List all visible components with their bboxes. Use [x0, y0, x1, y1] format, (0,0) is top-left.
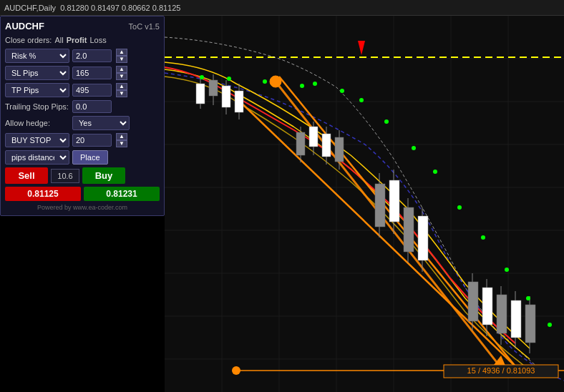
sl-down[interactable]: ▼	[116, 73, 127, 80]
lots-up[interactable]: ▲	[116, 133, 127, 140]
panel-header: AUDCHF ToC v1.5	[5, 21, 160, 31]
sell-buy-row: Sell 10.6 Buy	[5, 167, 160, 184]
lots-input[interactable]	[72, 134, 112, 147]
top-bar: AUDCHF,Daily 0.81280 0.81497 0.80662 0.8…	[0, 0, 564, 16]
svg-rect-26	[209, 80, 218, 96]
hedge-select[interactable]: Yes No	[72, 116, 130, 130]
risk-up[interactable]: ▲	[116, 49, 127, 56]
close-all-button[interactable]: All	[54, 36, 63, 44]
price-row: 0.81125 0.81231	[5, 187, 160, 201]
panel-version: ToC v1.5	[129, 22, 160, 31]
svg-rect-52	[497, 295, 507, 333]
trailing-input[interactable]	[72, 100, 112, 113]
svg-point-61	[313, 82, 317, 86]
svg-rect-42	[389, 180, 399, 222]
tp-spinner: ▲ ▼	[116, 83, 127, 97]
svg-rect-44	[404, 207, 414, 252]
svg-point-71	[548, 323, 552, 327]
trailing-label: Trailing Stop Pips:	[5, 102, 69, 111]
svg-rect-28	[222, 86, 230, 107]
svg-point-70	[526, 296, 530, 300]
symbol-label: AUDCHF,Daily	[4, 4, 56, 12]
pips-distance-select[interactable]: pips distance	[5, 150, 69, 165]
close-profit-button[interactable]: Profit	[67, 36, 87, 44]
svg-rect-36	[322, 134, 331, 157]
sl-up[interactable]: ▲	[116, 66, 127, 73]
svg-point-69	[505, 268, 509, 272]
svg-text:15 / 4936 / 0.81093: 15 / 4936 / 0.81093	[467, 366, 535, 375]
svg-point-58	[227, 77, 231, 81]
svg-point-57	[200, 75, 204, 79]
sl-select[interactable]: SL Pips	[5, 66, 69, 80]
risk-input[interactable]	[72, 49, 112, 62]
sell-button[interactable]: Sell	[5, 167, 48, 184]
svg-rect-24	[196, 84, 205, 104]
order-row: BUY STOP SELL STOP BUY LIMIT SELL LIMIT …	[5, 133, 160, 147]
sl-row: SL Pips ▲ ▼	[5, 66, 160, 80]
svg-rect-46	[418, 216, 428, 260]
sl-spinner: ▲ ▼	[116, 66, 127, 80]
close-loss-button[interactable]: Loss	[89, 36, 106, 44]
place-button[interactable]: Place	[72, 150, 108, 165]
svg-rect-30	[235, 91, 243, 112]
trailing-row: Trailing Stop Pips:	[5, 100, 160, 113]
tp-input[interactable]	[72, 84, 112, 97]
risk-down[interactable]: ▼	[116, 56, 127, 63]
svg-rect-50	[482, 288, 492, 325]
footer: Powered by www.ea-coder.com	[5, 204, 160, 211]
order-type-select[interactable]: BUY STOP SELL STOP BUY LIMIT SELL LIMIT	[5, 133, 69, 147]
svg-point-66	[433, 170, 437, 174]
svg-rect-54	[511, 300, 521, 338]
svg-point-67	[457, 205, 462, 210]
tp-row: TP Pips ▲ ▼	[5, 83, 160, 97]
svg-rect-34	[309, 127, 318, 147]
chart-area: 15 / 4936 / 0.81093	[165, 16, 564, 392]
sl-input[interactable]	[72, 67, 112, 79]
close-orders-label: Close orders:	[5, 36, 52, 44]
pips-place-row: pips distance Place	[5, 150, 160, 165]
tp-down[interactable]: ▼	[116, 90, 127, 97]
trading-panel: AUDCHF ToC v1.5 Close orders: All Profit…	[0, 16, 165, 216]
svg-rect-40	[375, 184, 385, 227]
lots-spinner: ▲ ▼	[116, 133, 127, 147]
hedge-row: Allow hedge: Yes No	[5, 116, 160, 130]
svg-rect-48	[468, 282, 478, 321]
svg-point-65	[412, 146, 416, 150]
panel-title: AUDCHF	[5, 21, 44, 31]
svg-point-22	[232, 366, 240, 375]
svg-point-68	[481, 235, 485, 240]
sell-price: 0.81125	[5, 187, 81, 201]
svg-point-63	[359, 98, 364, 102]
svg-point-20	[270, 76, 281, 87]
buy-price: 0.81231	[84, 187, 160, 201]
svg-rect-38	[335, 137, 344, 162]
risk-row: Risk % ▲ ▼	[5, 49, 160, 63]
risk-select[interactable]: Risk %	[5, 49, 69, 63]
svg-point-64	[384, 119, 389, 124]
svg-rect-56	[525, 305, 535, 343]
svg-rect-32	[296, 132, 305, 155]
svg-point-62	[340, 89, 344, 93]
svg-point-59	[263, 79, 267, 84]
risk-spinner: ▲ ▼	[116, 49, 127, 63]
lots-down[interactable]: ▼	[116, 140, 127, 147]
tp-up[interactable]: ▲	[116, 83, 127, 90]
tp-select[interactable]: TP Pips	[5, 83, 69, 97]
spread-value: 10.6	[51, 169, 79, 183]
close-orders-row: Close orders: All Profit Loss	[5, 36, 160, 44]
price-labels: 0.81280 0.81497 0.80662 0.81125	[60, 4, 180, 12]
hedge-label: Allow hedge:	[5, 119, 69, 127]
buy-button[interactable]: Buy	[82, 167, 125, 184]
svg-point-60	[300, 84, 304, 88]
